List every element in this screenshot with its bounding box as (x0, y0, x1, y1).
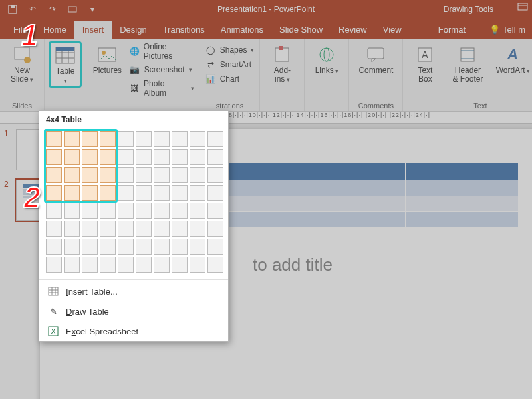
table-grid-cell[interactable] (64, 257, 80, 273)
smartart-button[interactable]: ⇄SmartArt (205, 59, 255, 70)
table-grid-cell[interactable] (154, 149, 170, 165)
table-grid-cell[interactable] (82, 257, 98, 273)
table-grid-cell[interactable] (136, 167, 152, 183)
table-grid-cell[interactable] (100, 257, 116, 273)
tab-review[interactable]: Review (331, 21, 375, 39)
tab-slideshow[interactable]: Slide Show (271, 21, 331, 39)
table-grid-cell[interactable] (190, 167, 205, 183)
tab-animations[interactable]: Animations (213, 21, 271, 39)
table-grid-cell[interactable] (190, 149, 205, 165)
table-grid-cell[interactable] (207, 203, 223, 219)
table-grid-cell[interactable] (136, 131, 152, 147)
table-grid-cell[interactable] (172, 167, 188, 183)
table-grid-cell[interactable] (46, 167, 62, 183)
shapes-button[interactable]: ◯Shapes (205, 44, 255, 56)
table-grid-cell[interactable] (100, 185, 116, 201)
photo-album-button[interactable]: 🖼Photo Album (130, 78, 194, 98)
table-grid-cell[interactable] (207, 167, 223, 183)
table-grid-cell[interactable] (118, 257, 134, 273)
chart-button[interactable]: 📊Chart (205, 73, 255, 85)
online-pictures-button[interactable]: 🌐Online Pictures (130, 41, 194, 61)
table-grid-cell[interactable] (64, 131, 80, 147)
table-grid-cell[interactable] (207, 257, 223, 273)
table-grid-cell[interactable] (136, 203, 152, 219)
table-grid-cell[interactable] (118, 131, 134, 147)
table-grid-cell[interactable] (100, 131, 116, 147)
table-button[interactable]: Table (49, 41, 82, 88)
tab-format[interactable]: Format (430, 21, 473, 39)
table-size-grid[interactable] (46, 131, 221, 273)
table-grid-cell[interactable] (154, 203, 170, 219)
undo-icon[interactable]: ↶ (25, 2, 40, 17)
wordart-button[interactable]: A WordArt (493, 41, 532, 76)
table-grid-cell[interactable] (64, 221, 80, 237)
table-grid-cell[interactable] (82, 131, 98, 147)
table-grid-cell[interactable] (190, 185, 205, 201)
table-grid-cell[interactable] (118, 149, 134, 165)
table-grid-cell[interactable] (100, 167, 116, 183)
table-grid-cell[interactable] (154, 167, 170, 183)
table-grid-cell[interactable] (190, 221, 205, 237)
table-grid-cell[interactable] (100, 239, 116, 255)
table-grid-cell[interactable] (46, 257, 62, 273)
screenshot-button[interactable]: 📷Screenshot (130, 64, 194, 76)
excel-spreadsheet-menuitem[interactable]: X Excel Spreadsheet (39, 321, 228, 341)
table-grid-cell[interactable] (136, 257, 152, 273)
table-grid-cell[interactable] (46, 239, 62, 255)
table-grid-cell[interactable] (190, 257, 205, 273)
start-from-beginning-icon[interactable] (65, 2, 80, 17)
tab-home[interactable]: Home (35, 21, 74, 39)
draw-table-menuitem[interactable]: ✎ Draw Table (39, 301, 228, 321)
table-grid-cell[interactable] (82, 167, 98, 183)
table-grid-cell[interactable] (64, 185, 80, 201)
table-grid-cell[interactable] (172, 257, 188, 273)
tab-view[interactable]: View (375, 21, 410, 39)
table-grid-cell[interactable] (46, 131, 62, 147)
table-grid-cell[interactable] (136, 239, 152, 255)
table-grid-cell[interactable] (190, 203, 205, 219)
table-grid-cell[interactable] (172, 203, 188, 219)
table-grid-cell[interactable] (207, 239, 223, 255)
tab-insert[interactable]: Insert (74, 21, 112, 39)
insert-table-menuitem[interactable]: Insert Table... (39, 281, 228, 301)
table-grid-cell[interactable] (46, 221, 62, 237)
table-grid-cell[interactable] (154, 257, 170, 273)
table-grid-cell[interactable] (172, 185, 188, 201)
pictures-button[interactable]: Pictures (92, 41, 123, 75)
table-grid-cell[interactable] (207, 185, 223, 201)
table-grid-cell[interactable] (64, 167, 80, 183)
table-grid-cell[interactable] (190, 131, 205, 147)
table-grid-cell[interactable] (46, 203, 62, 219)
table-grid-cell[interactable] (154, 185, 170, 201)
table-grid-cell[interactable] (154, 239, 170, 255)
table-grid-cell[interactable] (64, 203, 80, 219)
table-grid-cell[interactable] (100, 221, 116, 237)
table-grid-cell[interactable] (207, 221, 223, 237)
tell-me[interactable]: 💡Tell m (487, 21, 528, 39)
table-grid-cell[interactable] (100, 149, 116, 165)
table-grid-cell[interactable] (172, 149, 188, 165)
table-grid-cell[interactable] (64, 239, 80, 255)
table-grid-cell[interactable] (82, 149, 98, 165)
table-grid-cell[interactable] (118, 239, 134, 255)
table-grid-cell[interactable] (136, 185, 152, 201)
table-grid-cell[interactable] (118, 203, 134, 219)
table-grid-cell[interactable] (64, 149, 80, 165)
links-button[interactable]: Links (310, 41, 343, 76)
table-grid-cell[interactable] (46, 149, 62, 165)
textbox-button[interactable]: A Text Box (408, 41, 442, 84)
table-grid-cell[interactable] (118, 185, 134, 201)
tab-transitions[interactable]: Transitions (155, 21, 213, 39)
table-grid-cell[interactable] (190, 239, 205, 255)
table-grid-cell[interactable] (136, 149, 152, 165)
table-grid-cell[interactable] (172, 221, 188, 237)
qat-customize-icon[interactable]: ▾ (85, 2, 100, 17)
table-grid-cell[interactable] (82, 239, 98, 255)
redo-icon[interactable]: ↷ (45, 2, 60, 17)
table-grid-cell[interactable] (154, 221, 170, 237)
ribbon-display-options-icon[interactable] (517, 3, 528, 11)
table-grid-cell[interactable] (82, 203, 98, 219)
table-grid-cell[interactable] (100, 203, 116, 219)
table-grid-cell[interactable] (82, 185, 98, 201)
table-grid-cell[interactable] (118, 167, 134, 183)
